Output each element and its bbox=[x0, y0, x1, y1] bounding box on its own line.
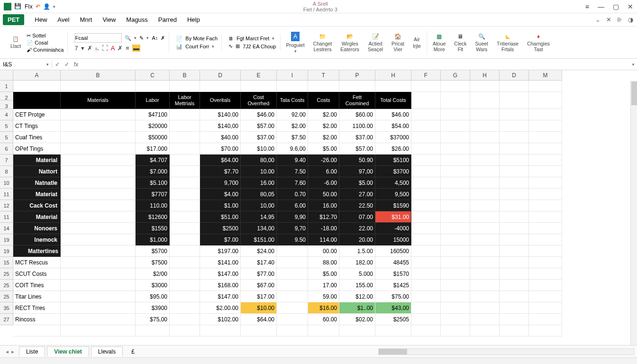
clipboard-group: 📋 Llact ✂ Sottel 📄 Cosal 🖌 Conminiahca bbox=[4, 32, 68, 54]
sum-icon[interactable]: ∿ bbox=[228, 43, 233, 49]
scroll-thumb[interactable] bbox=[631, 82, 637, 105]
tab-maguss[interactable]: Maguss bbox=[126, 16, 148, 23]
italic-icon[interactable]: ✗ bbox=[87, 45, 92, 52]
clear-format-icon[interactable]: ✗ bbox=[161, 35, 165, 41]
align-icon[interactable]: ≡ bbox=[126, 45, 129, 52]
pencil-icon[interactable]: ✎ bbox=[139, 35, 144, 41]
tab-view[interactable]: View bbox=[102, 16, 116, 23]
col-header-M[interactable]: M bbox=[529, 70, 562, 81]
window-controls: ≡ — ▢ ✕ bbox=[585, 3, 633, 10]
col-header-D[interactable]: D bbox=[500, 70, 529, 81]
tab-avel[interactable]: Avel bbox=[57, 16, 69, 23]
col-header-H[interactable]: H bbox=[470, 70, 500, 81]
paste-button[interactable]: 📋 Llact bbox=[8, 35, 24, 50]
sheet-tab-2[interactable]: Llevals bbox=[91, 346, 123, 356]
cancel-fx-icon[interactable]: ✓ bbox=[55, 61, 60, 68]
user-icon[interactable]: 👤 bbox=[43, 3, 50, 10]
table-icon[interactable]: 📊 bbox=[176, 44, 182, 50]
strike-icon[interactable]: ✗ bbox=[118, 45, 123, 52]
sheet-nav[interactable]: ◂▸ bbox=[3, 348, 17, 355]
copy-option[interactable]: 📄 Cosal bbox=[27, 40, 64, 46]
btn-atoue[interactable]: ▦AtoueMore bbox=[430, 32, 448, 53]
vertical-scrollbar[interactable] bbox=[630, 81, 637, 345]
enter-fx-icon[interactable]: ✓ bbox=[64, 61, 69, 68]
row-headers[interactable]: 12345567810111211141919152525253527 bbox=[0, 81, 13, 325]
folder-icon: 📂 bbox=[346, 33, 354, 40]
ribbon-help-icon[interactable]: ◑ bbox=[628, 16, 633, 23]
btn-irjle[interactable]: AirIrjle bbox=[410, 36, 424, 50]
select-all-corner[interactable] bbox=[0, 70, 13, 81]
tab-mnrt[interactable]: Mnrt bbox=[80, 16, 92, 23]
col-header-B[interactable]: B bbox=[61, 70, 136, 81]
screen-icon: 🖥 bbox=[457, 33, 463, 40]
menu-bars-icon[interactable]: ≡ bbox=[585, 3, 589, 10]
btn-tntieriase[interactable]: ◣TntieriaseFrtals bbox=[494, 32, 521, 53]
font-size-input[interactable]: 7 bbox=[74, 45, 78, 52]
fill-color-icon[interactable]: ▬ bbox=[132, 45, 140, 52]
cells-area[interactable]: MaterialsLaborLabor MettrialsOveritalsCo… bbox=[13, 81, 562, 337]
tab-hew[interactable]: Hew bbox=[35, 16, 47, 23]
col-header-T[interactable]: T bbox=[308, 70, 339, 81]
sheet-tab-0[interactable]: Liste bbox=[19, 346, 45, 356]
col-header-P[interactable]: P bbox=[339, 70, 375, 81]
col-header-F[interactable]: F bbox=[411, 70, 441, 81]
save-icon[interactable]: 💾 bbox=[14, 3, 22, 10]
name-box[interactable]: I&S▾ bbox=[0, 61, 52, 68]
cut-option[interactable]: ✂ Sottel bbox=[27, 33, 64, 39]
fbar-expand-icon[interactable]: ▾ bbox=[632, 62, 634, 67]
col-header-A[interactable]: A bbox=[13, 70, 61, 81]
tab-parred[interactable]: Parred bbox=[158, 16, 177, 23]
sheet-icon[interactable]: 📄 bbox=[176, 36, 182, 42]
btn-actied[interactable]: 📝ActiedSeaçel bbox=[365, 32, 386, 53]
fx-icon[interactable]: fx bbox=[74, 61, 78, 68]
btn-pricat[interactable]: 🏠PricatVier bbox=[389, 32, 407, 53]
tab-help[interactable]: Help bbox=[187, 16, 200, 23]
apps-icon: ▦ bbox=[437, 33, 442, 40]
horizontal-scrollbar[interactable] bbox=[378, 348, 634, 355]
font-name-input[interactable] bbox=[74, 33, 122, 43]
format-painter-option[interactable]: 🖌 Conminiahca bbox=[27, 47, 64, 53]
format-icon[interactable]: 🗎 bbox=[228, 36, 234, 41]
col-header-G[interactable]: G bbox=[441, 70, 470, 81]
tab-pet[interactable]: PET bbox=[3, 14, 24, 25]
close-icon[interactable]: ✕ bbox=[628, 3, 633, 10]
ribbon-close-icon[interactable]: ✕ bbox=[606, 16, 611, 23]
btn-sueet[interactable]: 🔍SueetWars bbox=[473, 32, 491, 53]
btn-wirgles[interactable]: 📂WirglesEaterors bbox=[337, 32, 362, 53]
btn-proguiet[interactable]: AProguiet▾ bbox=[283, 31, 308, 55]
minimize-icon[interactable]: — bbox=[598, 3, 604, 10]
sheet-extra[interactable]: £ bbox=[125, 348, 141, 355]
pin-icon: ♦ bbox=[537, 33, 540, 40]
btn-cleck[interactable]: 🖥CleckFlt bbox=[451, 32, 469, 53]
col-header-I[interactable]: I bbox=[277, 70, 308, 81]
hscroll-thumb[interactable] bbox=[379, 349, 407, 355]
font-size-label: A↕ bbox=[152, 35, 158, 41]
font-color-icon[interactable]: A bbox=[111, 45, 115, 52]
font-group: 🔍 ▾ ✎▾ A↕ ✗ 7▾ ✗ ⎁ ⛶ A ✗ ≡ ▬ bbox=[71, 32, 169, 53]
btn-changet[interactable]: 📁ChangetLestrers bbox=[310, 32, 335, 53]
underline-icon[interactable]: ⎁ bbox=[95, 45, 99, 52]
border-icon[interactable]: ⛶ bbox=[102, 45, 108, 52]
undo-icon[interactable]: ↶ bbox=[36, 3, 40, 10]
search-icon[interactable]: 🔍 bbox=[125, 35, 131, 41]
font-dd-icon[interactable]: ▾ bbox=[134, 36, 136, 40]
ribbon-collapse-icon[interactable]: ⌄ bbox=[595, 16, 601, 23]
col-header-D[interactable]: D bbox=[200, 70, 241, 81]
column-headers[interactable]: ABCBDEITPHFGHDM bbox=[13, 70, 562, 81]
btn-charngies[interactable]: ♦CharngiesTast bbox=[524, 32, 553, 53]
ribbon-controls: ⌄ ✕ ⊪ ◑ bbox=[595, 16, 637, 23]
col-header-H[interactable]: H bbox=[375, 70, 411, 81]
letter-a-icon: A bbox=[291, 32, 300, 41]
ribbon-tabs: PET Hew Avel Mnrt View Maguss Parred Hel… bbox=[0, 13, 637, 27]
ribbon-options-icon[interactable]: ⊪ bbox=[617, 16, 622, 23]
col-header-E[interactable]: E bbox=[241, 70, 277, 81]
spreadsheet-grid: ABCBDEITPHFGHDM 123455678101112111419191… bbox=[0, 70, 637, 337]
maximize-icon[interactable]: ▢ bbox=[613, 3, 619, 10]
sheet-tab-1[interactable]: View chiet bbox=[47, 346, 89, 356]
triangle-icon: ◣ bbox=[506, 33, 510, 40]
formula-bar: I&S▾ ✓ ✓ fx ▾ bbox=[0, 59, 637, 70]
col-header-B[interactable]: B bbox=[170, 70, 200, 81]
nav-next-icon: ▸ bbox=[11, 348, 14, 355]
grid-icon[interactable]: ⊞ bbox=[236, 43, 240, 49]
col-header-C[interactable]: C bbox=[136, 70, 170, 81]
